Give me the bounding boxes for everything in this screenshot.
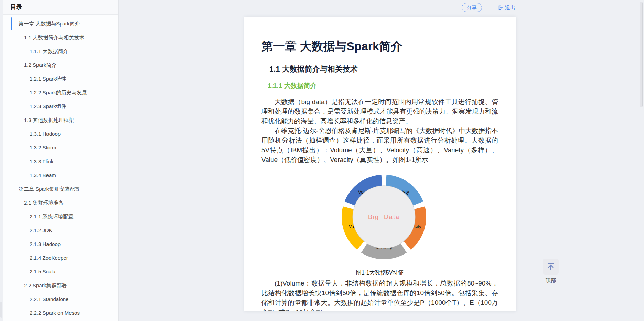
chapter-title: 第一章 大数据与Spark简介 bbox=[261, 40, 498, 52]
back-to-top-label: 顶部 bbox=[543, 277, 559, 284]
sidebar-scrollbar-thumb[interactable] bbox=[0, 302, 2, 318]
toc-item-label: 1.3.3 Flink bbox=[30, 158, 53, 164]
toc-item[interactable]: 1.1.1 大数据简介 bbox=[3, 44, 118, 58]
toc-item-label: 2.2.2 Spark on Mesos bbox=[30, 310, 80, 316]
toc-item-label: 2.1.3 Hadoop bbox=[30, 241, 61, 247]
toc-item[interactable]: 1.3.4 Beam bbox=[3, 168, 118, 182]
toc-item-label: 1.1.1 大数据简介 bbox=[30, 48, 68, 54]
toc-item[interactable]: 1.2.2 Spark的历史与发展 bbox=[3, 86, 118, 100]
toc-item[interactable]: 2.1.3 Hadoop bbox=[3, 237, 118, 251]
toc-item[interactable]: 1.3.2 Storm bbox=[3, 141, 118, 155]
app-window: { "app": { "background_color": "#eef0f4"… bbox=[0, 0, 644, 321]
document-page: 第一章 大数据与Spark简介 1.1 大数据简介与相关技术 1.1.1 大数据… bbox=[244, 17, 516, 311]
toc-item-label: 1.1 大数据简介与相关技术 bbox=[24, 34, 84, 40]
toc-item-label: 1.2.3 Spark组件 bbox=[30, 103, 66, 109]
subsection-heading: 1.1.1 大数据简介 bbox=[268, 82, 498, 90]
toc-header: 目录 bbox=[3, 0, 118, 15]
toc-item[interactable]: 1.2 Spark简介 bbox=[3, 58, 118, 72]
toc-item-label: 2.2 Spark集群部署 bbox=[24, 282, 67, 288]
toc-item[interactable]: 第一章 大数据与Spark简介 bbox=[3, 17, 118, 31]
arrow-up-to-top-icon[interactable] bbox=[543, 259, 559, 275]
back-to-top-button[interactable]: 顶部 bbox=[543, 259, 559, 284]
active-item-indicator bbox=[11, 17, 12, 30]
document-paragraph: (1)Volume：数据量大，非结构数据的超大规模和增长，总数据的80~90%，… bbox=[261, 279, 498, 311]
share-button-label: 分享 bbox=[467, 4, 477, 11]
toc-item-label: 第二章 Spark集群安装配置 bbox=[19, 186, 80, 192]
toc-item[interactable]: 1.2.3 Spark组件 bbox=[3, 100, 118, 113]
exit-button[interactable]: 退出 bbox=[497, 4, 515, 11]
toc-item[interactable]: 2.1.1 系统环境配置 bbox=[3, 210, 118, 224]
figure-1-1: VarietyVelocityVeracityValueVolumeBig Da… bbox=[340, 167, 430, 267]
window-scrollbar-thumb[interactable] bbox=[640, 2, 643, 107]
pie-center-label: Big Data bbox=[368, 214, 400, 220]
toc-item-label: 第一章 大数据与Spark简介 bbox=[19, 21, 80, 27]
toc-item-label: 1.3 其他数据处理框架 bbox=[24, 117, 74, 123]
share-button[interactable]: 分享 bbox=[462, 3, 482, 12]
toc-item[interactable]: 2.1.4 ZooKeeper bbox=[3, 251, 118, 265]
toc-item[interactable]: 2.2.1 Standalone bbox=[3, 292, 118, 306]
toc-item-label: 2.1.2 JDK bbox=[30, 227, 52, 233]
document-paragraph: 大数据（big data）是指无法在一定时间范围内用常规软件工具进行捕捉、管理和… bbox=[261, 97, 498, 126]
section-heading: 1.1 大数据简介与相关技术 bbox=[269, 65, 498, 73]
toc-item-label: 2.1.4 ZooKeeper bbox=[30, 255, 68, 261]
logout-icon bbox=[497, 5, 503, 10]
toc-list: 第一章 大数据与Spark简介1.1 大数据简介与相关技术1.1.1 大数据简介… bbox=[3, 15, 118, 320]
toc-item-label: 2.1 集群环境准备 bbox=[24, 200, 64, 206]
toc-item-label: 1.3.1 Hadoop bbox=[30, 131, 61, 137]
toc-item-label: 1.3.4 Beam bbox=[30, 172, 56, 178]
toc-item[interactable]: 1.3.3 Flink bbox=[3, 155, 118, 168]
toc-sidebar: 目录 第一章 大数据与Spark简介1.1 大数据简介与相关技术1.1.1 大数… bbox=[3, 0, 119, 321]
toc-item[interactable]: 1.3 其他数据处理框架 bbox=[3, 113, 118, 127]
toc-item[interactable]: 1.3.1 Hadoop bbox=[3, 127, 118, 141]
toc-item[interactable]: 2.1.2 JDK bbox=[3, 224, 118, 237]
exit-button-label: 退出 bbox=[505, 4, 515, 11]
figure-caption: 图1-1大数据5V特征 bbox=[261, 269, 498, 277]
toc-item[interactable]: 2.2.2 Spark on Mesos bbox=[3, 306, 118, 320]
toc-item-label: 2.1.5 Scala bbox=[30, 269, 55, 275]
big-data-5v-pie-chart: VarietyVelocityVeracityValueVolumeBig Da… bbox=[340, 167, 430, 267]
toc-item[interactable]: 第二章 Spark集群安装配置 bbox=[3, 182, 118, 196]
toc-item-label: 1.3.2 Storm bbox=[30, 145, 56, 151]
body-paragraphs: 大数据（big data）是指无法在一定时间范围内用常规软件工具进行捕捉、管理和… bbox=[261, 97, 498, 165]
toc-item[interactable]: 2.1.5 Scala bbox=[3, 265, 118, 279]
document-content: 第一章 大数据与Spark简介 1.1 大数据简介与相关技术 1.1.1 大数据… bbox=[244, 17, 516, 311]
toc-item[interactable]: 1.2.1 Spark特性 bbox=[3, 72, 118, 86]
document-paragraph: 在维克托·迈尔-舍恩伯格及肯尼斯·库克耶编写的《大数据时代》中大数据指不用随机分… bbox=[261, 126, 498, 165]
body-paragraphs: (1)Volume：数据量大，非结构数据的超大规模和增长，总数据的80~90%，… bbox=[261, 279, 498, 311]
toc-item[interactable]: 1.1 大数据简介与相关技术 bbox=[3, 31, 118, 44]
toc-item-label: 1.2.2 Spark的历史与发展 bbox=[30, 90, 87, 95]
toc-item-label: 1.2 Spark简介 bbox=[24, 62, 56, 68]
toc-item-label: 2.2.1 Standalone bbox=[30, 296, 68, 302]
sidebar-scrollbar-track[interactable] bbox=[0, 0, 3, 321]
toc-item[interactable]: 2.1 集群环境准备 bbox=[3, 196, 118, 210]
toc-item-label: 2.1.1 系统环境配置 bbox=[30, 214, 74, 219]
toc-item[interactable]: 2.2 Spark集群部署 bbox=[3, 279, 118, 292]
toc-item-label: 1.2.1 Spark特性 bbox=[30, 76, 66, 82]
